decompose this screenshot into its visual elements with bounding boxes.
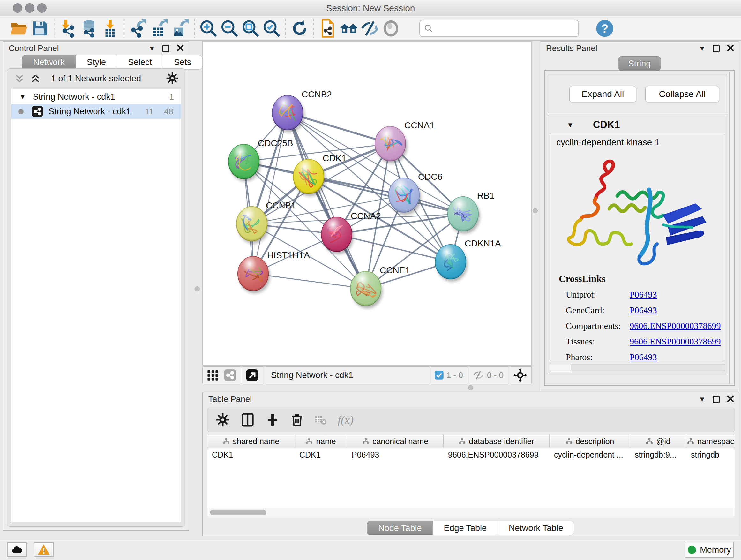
fit-content-icon[interactable] <box>513 368 528 382</box>
left-splitter-handle[interactable] <box>195 287 200 292</box>
panel-collapse-icon[interactable]: ▼ <box>698 395 705 403</box>
panel-float-icon[interactable] <box>713 395 720 403</box>
hide-unhide-button[interactable] <box>359 18 381 39</box>
string-import-button[interactable] <box>317 18 338 39</box>
expand-all-button[interactable]: Expand All <box>569 86 636 103</box>
network-node-hist1h1a[interactable] <box>238 256 270 294</box>
scrollbar-thumb[interactable] <box>550 364 571 372</box>
highlight-button[interactable] <box>381 18 401 39</box>
table-scrollbar-thumb[interactable] <box>210 509 266 515</box>
network-node-ccna2[interactable] <box>321 217 354 254</box>
tab-select[interactable]: Select <box>117 55 163 70</box>
import-table-button[interactable] <box>99 18 121 39</box>
table-cell[interactable]: P06493 <box>347 448 444 461</box>
grid-view-icon[interactable] <box>206 369 219 381</box>
gene-card-scrollbar[interactable] <box>550 364 725 372</box>
bundled-apps-button[interactable] <box>338 18 359 39</box>
crosslink-link[interactable]: 9606.ENSP00000378699 <box>630 321 721 331</box>
network-node-cdk1[interactable] <box>293 159 326 196</box>
table-row[interactable]: CDK1CDK1P064939606.ENSP00000378699cyclin… <box>207 448 735 461</box>
import-network-file-button[interactable] <box>57 18 78 39</box>
detach-view-icon[interactable] <box>246 369 259 381</box>
export-network-button[interactable] <box>128 18 149 39</box>
network-edge[interactable] <box>337 234 451 262</box>
tab-network[interactable]: Network <box>22 55 76 70</box>
network-node-ccna1[interactable] <box>375 126 407 164</box>
table-gear-icon[interactable] <box>216 413 230 427</box>
refresh-button[interactable] <box>289 18 310 39</box>
column-header-description[interactable]: description <box>549 435 630 448</box>
network-node-ccnb2[interactable] <box>272 96 305 132</box>
selected-checkbox-icon[interactable] <box>434 370 444 380</box>
table-cell[interactable]: stringdb:9... <box>630 448 686 461</box>
help-button[interactable]: ? <box>594 18 615 39</box>
network-edge[interactable] <box>253 113 287 273</box>
delete-row-icon[interactable] <box>290 413 304 427</box>
gene-card-header[interactable]: ▼ CDK1 <box>548 117 727 133</box>
table-cell[interactable]: stringdb <box>686 448 735 461</box>
table-cell[interactable]: 9606.ENSP00000378699 <box>444 448 549 461</box>
column-header--id[interactable]: @id <box>630 435 686 448</box>
tree-expander-icon[interactable]: ▼ <box>19 93 26 101</box>
collapse-all-button[interactable]: Collapse All <box>645 86 719 103</box>
gear-icon[interactable] <box>166 72 179 84</box>
zoom-fit-button[interactable] <box>240 18 261 39</box>
network-node-cdc25b[interactable] <box>228 144 261 181</box>
gene-expander-icon[interactable]: ▼ <box>567 121 574 129</box>
table-scrollbar[interactable] <box>207 508 735 517</box>
network-node-cdkn1a[interactable] <box>435 245 468 282</box>
panel-close-icon[interactable] <box>177 44 184 53</box>
tab-style[interactable]: Style <box>76 55 117 70</box>
zoom-out-button[interactable] <box>219 18 240 39</box>
table-cell[interactable]: cyclin-dependent ... <box>549 448 630 461</box>
hidden-eye-icon[interactable] <box>472 369 484 381</box>
export-table-button[interactable] <box>149 18 170 39</box>
network-collection-row[interactable]: ▼ String Network - cdk1 1 <box>11 89 181 104</box>
crosslink-link[interactable]: P06493 <box>630 352 657 362</box>
panel-collapse-icon[interactable]: ▼ <box>148 45 155 52</box>
network-row-selected[interactable]: String Network - cdk1 11 48 <box>11 104 181 119</box>
table-cell[interactable]: CDK1 <box>207 448 295 461</box>
column-header-shared-name[interactable]: shared name <box>207 435 295 448</box>
zoom-in-button[interactable] <box>198 18 219 39</box>
crosslink-link[interactable]: 9606.ENSP00000378699 <box>630 336 721 347</box>
panel-float-icon[interactable] <box>713 45 720 52</box>
cloud-button[interactable] <box>7 543 27 557</box>
export-image-button[interactable] <box>170 18 191 39</box>
zoom-selected-button[interactable] <box>261 18 282 39</box>
column-header-database-identifier[interactable]: database identifier <box>444 435 549 448</box>
bottom-splitter-handle[interactable] <box>468 385 473 390</box>
tab-network-table[interactable]: Network Table <box>498 521 575 536</box>
share-view-icon[interactable] <box>224 369 237 381</box>
network-node-ccnb1[interactable] <box>237 206 269 244</box>
network-edge[interactable] <box>287 113 366 289</box>
save-session-button[interactable] <box>29 18 51 39</box>
tab-string[interactable]: String <box>618 56 661 71</box>
open-session-button[interactable] <box>8 18 29 39</box>
delete-table-icon[interactable] <box>315 414 327 426</box>
column-header-namespac[interactable]: namespac <box>686 435 735 448</box>
add-row-icon[interactable] <box>266 413 280 427</box>
panel-close-icon[interactable] <box>727 44 734 53</box>
network-canvas[interactable]: CCNB2CCNA1CDC25BCDK1CDC6RB1CCNB1CCNA2CDK… <box>202 41 532 366</box>
results-scrollbar[interactable] <box>729 71 734 384</box>
tab-node-table[interactable]: Node Table <box>367 521 433 536</box>
search-input[interactable] <box>419 20 579 37</box>
crosslink-link[interactable]: P06493 <box>630 305 657 315</box>
column-header-name[interactable]: name <box>295 435 347 448</box>
column-header-canonical-name[interactable]: canonical name <box>347 435 444 448</box>
crosslink-link[interactable]: P06493 <box>630 290 657 300</box>
warning-button[interactable] <box>34 543 54 557</box>
tab-edge-table[interactable]: Edge Table <box>433 521 498 536</box>
add-column-icon[interactable] <box>241 413 255 427</box>
panel-close-icon[interactable] <box>727 395 734 404</box>
memory-button[interactable]: Memory <box>685 542 734 558</box>
network-node-ccne1[interactable] <box>350 271 383 308</box>
right-splitter-handle[interactable] <box>533 208 538 213</box>
panel-collapse-icon[interactable]: ▼ <box>698 45 705 52</box>
import-network-database-button[interactable] <box>78 18 99 39</box>
function-builder-icon[interactable]: f(x) <box>338 413 354 427</box>
table-cell[interactable]: CDK1 <box>295 448 347 461</box>
network-node-rb1[interactable] <box>448 197 480 234</box>
tab-sets[interactable]: Sets <box>163 55 202 70</box>
